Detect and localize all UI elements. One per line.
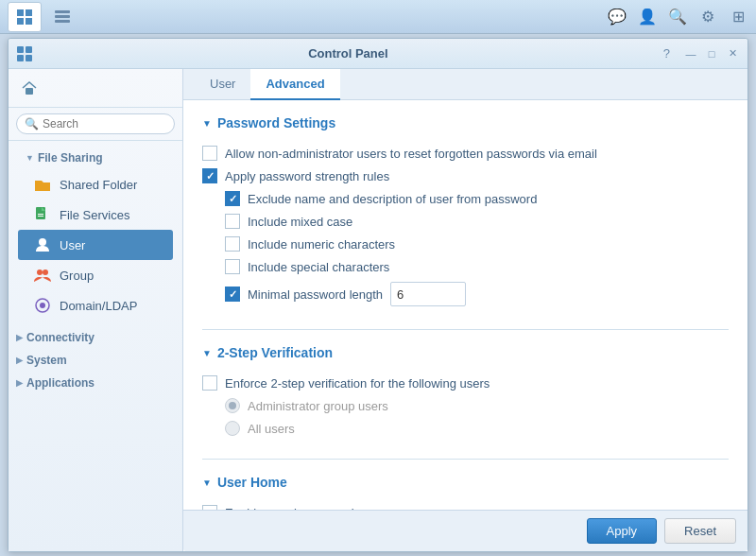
taskbar-grid-icon[interactable] [8, 2, 42, 32]
include-numeric-checkbox[interactable] [225, 236, 240, 252]
minimize-button[interactable]: — [683, 46, 698, 61]
search-icon: 🔍 [25, 117, 39, 130]
search-input[interactable] [43, 117, 166, 130]
applications-chevron: ▶ [16, 378, 23, 388]
apply-strength-checkbox[interactable] [202, 168, 217, 183]
sidebar-item-file-services[interactable]: File Services [18, 200, 173, 230]
exclude-name-checkbox[interactable] [225, 191, 240, 206]
include-special-checkbox[interactable] [225, 259, 240, 274]
sidebar-item-user[interactable]: User [18, 230, 173, 260]
group-label: Group [60, 269, 94, 283]
svg-point-17 [43, 269, 48, 275]
window-title: Control Panel [33, 46, 663, 61]
reset-button[interactable]: Reset [664, 518, 736, 544]
svg-rect-7 [17, 46, 24, 53]
sidebar-item-domain[interactable]: Domain/LDAP [18, 290, 173, 321]
window-body: 🔍 ▼ File Sharing Shared Folder [9, 69, 747, 551]
system-label: System [26, 354, 67, 367]
tab-bar: User Advanced [183, 69, 747, 100]
svg-rect-1 [26, 9, 32, 16]
sidebar-applications-header[interactable]: ▶ Applications [9, 372, 182, 394]
include-mixed-checkbox[interactable] [225, 214, 240, 229]
password-settings-header[interactable]: ▼ Password Settings [202, 115, 729, 130]
enforce-2step-label: Enforce 2-step verification for the foll… [225, 376, 490, 391]
tab-user[interactable]: User [195, 69, 250, 100]
svg-rect-10 [26, 55, 32, 61]
domain-icon [33, 296, 52, 315]
file-sharing-label: File Sharing [38, 151, 103, 165]
svg-rect-6 [55, 20, 70, 23]
include-mixed-row: Include mixed case [225, 210, 729, 233]
svg-rect-8 [26, 46, 32, 53]
tab-advanced[interactable]: Advanced [250, 69, 339, 100]
divider-1 [202, 329, 729, 330]
control-panel-icon [16, 45, 33, 62]
home-icon [18, 77, 41, 99]
svg-rect-5 [55, 15, 70, 18]
person-icon[interactable]: 👤 [637, 7, 658, 27]
file-services-label: File Services [60, 208, 129, 222]
file-sharing-chevron: ▼ [26, 153, 34, 163]
sidebar-item-group[interactable]: Group [18, 260, 173, 290]
chat-icon[interactable]: 💬 [607, 7, 627, 27]
user-home-title: User Home [217, 475, 287, 490]
taskbar: 💬 👤 🔍 ⚙ ⊞ [0, 0, 756, 34]
minimal-length-checkbox[interactable] [225, 287, 240, 302]
include-special-row: Include special characters [225, 255, 729, 278]
layout-icon[interactable]: ⊞ [728, 7, 748, 27]
sidebar-file-sharing-section: ▼ File Sharing Shared Folder [9, 141, 182, 326]
search-icon[interactable]: 🔍 [667, 7, 688, 27]
enforce-2step-checkbox[interactable] [202, 375, 217, 391]
svg-rect-4 [55, 10, 70, 13]
two-step-chevron: ▼ [202, 348, 212, 358]
admin-users-radio[interactable] [225, 398, 240, 413]
search-box[interactable]: 🔍 [16, 113, 175, 134]
sidebar-file-sharing-header[interactable]: ▼ File Sharing [18, 147, 173, 169]
allow-reset-label: Allow non-administrator users to reset f… [225, 147, 597, 161]
user-icon [33, 235, 52, 254]
sidebar-system-header[interactable]: ▶ System [9, 349, 182, 372]
minimal-length-input[interactable] [390, 282, 466, 306]
divider-2 [202, 459, 729, 460]
all-users-radio[interactable] [225, 421, 240, 436]
include-numeric-label: Include numeric characters [248, 237, 395, 252]
allow-reset-row: Allow non-administrator users to reset f… [202, 142, 729, 165]
sidebar-home[interactable] [9, 69, 182, 108]
allow-reset-checkbox[interactable] [202, 146, 217, 161]
user-home-header[interactable]: ▼ User Home [202, 475, 729, 490]
user-home-chevron: ▼ [202, 478, 212, 488]
minimal-length-row: Minimal password length [225, 278, 729, 310]
include-mixed-label: Include mixed case [248, 215, 352, 229]
close-button[interactable]: ✕ [725, 46, 740, 61]
svg-rect-14 [38, 216, 43, 217]
system-chevron: ▶ [16, 356, 23, 365]
svg-rect-12 [36, 207, 45, 219]
sidebar: 🔍 ▼ File Sharing Shared Folder [9, 69, 183, 551]
all-users-row: All users [225, 417, 729, 440]
enable-home-row: Enable user home service [202, 501, 729, 510]
sidebar-search: 🔍 [9, 108, 182, 141]
sidebar-connectivity-header[interactable]: ▶ Connectivity [9, 326, 182, 349]
two-step-title: 2-Step Verification [217, 345, 333, 360]
user-label: User [60, 238, 85, 252]
domain-label: Domain/LDAP [60, 299, 137, 313]
svg-rect-0 [17, 9, 24, 16]
exclude-name-row: Exclude name and description of user fro… [225, 187, 729, 210]
apply-button[interactable]: Apply [587, 518, 658, 544]
sidebar-item-shared-folder[interactable]: Shared Folder [18, 169, 173, 200]
applications-label: Applications [26, 376, 94, 390]
two-step-section: ▼ 2-Step Verification Enforce 2-step ver… [202, 345, 729, 440]
group-icon [33, 266, 52, 285]
help-button[interactable]: ? [663, 46, 670, 61]
two-step-header[interactable]: ▼ 2-Step Verification [202, 345, 729, 360]
password-settings-title: Password Settings [217, 115, 335, 130]
content-area: ▼ Password Settings Allow non-administra… [183, 100, 747, 510]
svg-rect-3 [26, 18, 32, 25]
maximize-button[interactable]: □ [704, 46, 719, 61]
settings-icon[interactable]: ⚙ [697, 7, 718, 27]
taskbar-list-icon[interactable] [45, 2, 79, 32]
window-controls: ? — □ ✕ [663, 46, 740, 61]
admin-users-label: Administrator group users [248, 399, 388, 413]
include-numeric-row: Include numeric characters [225, 233, 729, 255]
svg-point-16 [37, 269, 43, 275]
